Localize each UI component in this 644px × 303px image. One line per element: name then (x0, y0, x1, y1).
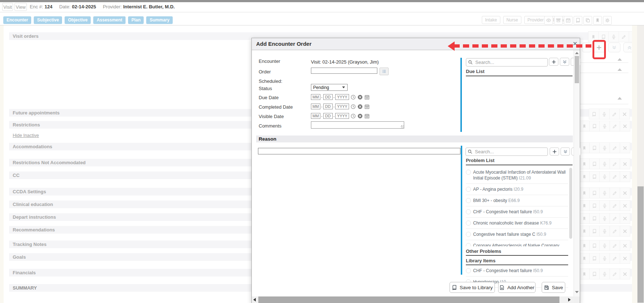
book-row-button[interactable] (589, 109, 599, 120)
visible-date-yyyy-input[interactable] (335, 113, 349, 119)
problem-item[interactable]: Coronary Atherosclerosis of Native Coron… (466, 240, 568, 246)
collapse-arrow-icon[interactable] (618, 97, 622, 100)
pencil-row-button[interactable] (619, 31, 629, 42)
dialog-vertical-scrollbar[interactable] (574, 50, 580, 296)
nav-tab-plan[interactable]: Plan (128, 16, 144, 24)
save-button[interactable]: Save (542, 282, 565, 293)
order-lookup-button[interactable] (380, 68, 389, 75)
book-row-button[interactable] (589, 253, 600, 264)
book-row-button[interactable] (589, 213, 600, 224)
comments-textarea[interactable] (311, 121, 404, 129)
bookmark-toolbar-button[interactable] (593, 16, 602, 25)
completed-date-dd-input[interactable] (323, 104, 333, 109)
x-row-button[interactable] (620, 253, 630, 264)
bookmark-row-button[interactable] (579, 213, 590, 224)
problem-search-input[interactable] (474, 149, 546, 155)
mic-row-button[interactable] (599, 142, 610, 153)
visible-date-dd-input[interactable] (323, 113, 333, 119)
mic-row-button[interactable] (599, 268, 610, 279)
time-icon[interactable] (350, 94, 356, 100)
pencil-row-button[interactable] (610, 171, 620, 182)
x-row-button[interactable] (620, 158, 630, 169)
nav-tab-summary[interactable]: Summary (146, 16, 173, 24)
book-row-button[interactable] (589, 121, 600, 132)
calendar-icon[interactable] (364, 113, 370, 119)
nav-tab-objective[interactable]: Objective (65, 16, 91, 24)
add-another-button[interactable]: Add Another (498, 282, 536, 293)
radio-icon[interactable] (466, 187, 471, 192)
stage-provider-button[interactable]: Provider (524, 16, 547, 24)
problem-add-button[interactable] (550, 148, 559, 155)
copy-toolbar-button[interactable] (583, 16, 592, 25)
pencil-row-button[interactable] (610, 187, 620, 198)
problem-item[interactable]: CHF - Congestive heart failure I50.9 (466, 206, 568, 218)
mic-row-button[interactable] (599, 200, 610, 211)
mic-row-button[interactable] (599, 213, 610, 224)
x-row-button[interactable] (620, 240, 630, 251)
radio-icon[interactable] (466, 170, 471, 175)
save-to-library-button[interactable]: Save to Library (450, 282, 495, 293)
resize-grip[interactable] (401, 125, 404, 128)
collapse-arrow-icon[interactable] (618, 68, 622, 71)
clear-date-icon[interactable] (357, 104, 363, 109)
bookmark-row-button[interactable] (579, 187, 590, 198)
mic-row-button[interactable] (599, 121, 610, 132)
mic-row-button[interactable] (599, 109, 610, 120)
due-date-yyyy-input[interactable] (335, 94, 349, 100)
pencil-row-button[interactable] (610, 213, 620, 224)
x-row-button[interactable] (620, 268, 630, 279)
problem-item[interactable]: AP - Angina pectoris I20.9 (466, 184, 568, 195)
problem-item[interactable]: BMI 30+ - obesity E66.9 (466, 195, 568, 206)
nav-tab-assessment[interactable]: Assessment (93, 16, 126, 24)
book-row-button[interactable] (589, 171, 600, 182)
time-icon[interactable] (350, 113, 356, 119)
pencil-row-button[interactable] (610, 158, 620, 169)
visible-date-mm-input[interactable] (311, 113, 320, 119)
time-icon[interactable] (350, 104, 356, 109)
pencil-row-button[interactable] (610, 121, 620, 132)
stage-intake-button[interactable]: Intake (482, 16, 500, 24)
pencil-row-button[interactable] (610, 268, 620, 279)
book-toolbar-button[interactable] (574, 16, 582, 25)
problem-item[interactable]: Acute Myocardial Infarction of Anterolat… (466, 167, 568, 184)
scroll-left-arrow[interactable] (253, 298, 256, 302)
pencil-row-button[interactable] (609, 109, 620, 120)
scroll-down-arrow[interactable] (575, 291, 579, 293)
mic-row-button[interactable] (599, 171, 610, 182)
mic-row-button[interactable] (599, 158, 610, 169)
dialog-scrollbar-thumb[interactable] (575, 56, 579, 83)
x-row-button[interactable] (619, 109, 630, 120)
pencil-row-button[interactable] (610, 253, 620, 264)
bookmark-row-button[interactable] (579, 240, 590, 251)
completed-date-mm-input[interactable] (311, 104, 320, 109)
tab-visit[interactable]: Visit (2, 3, 13, 11)
tab-view[interactable]: View (15, 3, 27, 11)
problem-item[interactable]: CHF - Congestive heart failure I50.9 (466, 265, 568, 276)
radio-icon[interactable] (466, 232, 471, 237)
nav-tab-encounter[interactable]: Encounter (3, 16, 31, 24)
book-row-button[interactable] (589, 142, 600, 153)
mic-row-button[interactable] (608, 31, 619, 42)
book-row-button[interactable] (589, 226, 600, 237)
pencil-row-button[interactable] (610, 226, 620, 237)
radio-icon[interactable] (466, 198, 471, 203)
book-row-button[interactable] (589, 187, 600, 198)
mic-row-button[interactable] (599, 253, 610, 264)
due-date-mm-input[interactable] (311, 94, 320, 100)
radio-icon[interactable] (466, 243, 471, 246)
x-row-button[interactable] (620, 142, 630, 153)
due-list-add-button[interactable] (549, 58, 558, 66)
stage-nurse-button[interactable]: Nurse (503, 16, 521, 24)
calcheck-toolbar-button[interactable] (564, 16, 573, 25)
bookmark-row-button[interactable] (579, 200, 590, 211)
x-row-button[interactable] (620, 171, 630, 182)
clear-date-icon[interactable] (357, 94, 363, 100)
bookmark-row-button[interactable] (579, 121, 590, 132)
problem-item[interactable]: Chronic nonalcoholic liver disease K76.9 (466, 218, 568, 229)
mic-row-button[interactable] (599, 226, 610, 237)
due-date-dd-input[interactable] (323, 94, 333, 100)
scroll-right-arrow[interactable] (568, 298, 571, 302)
gear-toolbar-button[interactable] (603, 16, 612, 25)
clear-date-icon[interactable] (357, 113, 363, 119)
page-scrollbar-thumb[interactable] (637, 186, 644, 303)
